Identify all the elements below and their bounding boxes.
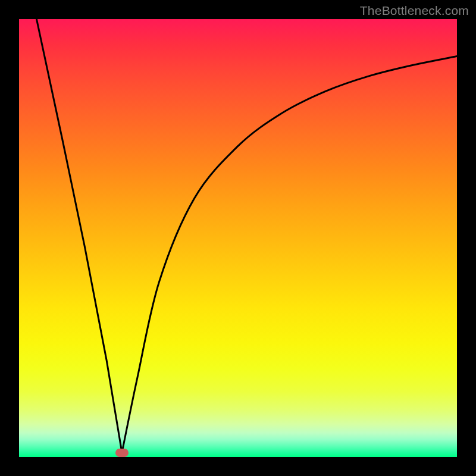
bottleneck-curve: [19, 19, 457, 457]
plot-border-right: [457, 0, 476, 476]
optimum-marker: [115, 449, 129, 457]
watermark-text: TheBottleneck.com: [360, 4, 469, 18]
curve-left-branch: [36, 19, 122, 453]
plot-border-bottom: [0, 457, 476, 476]
curve-right-branch: [122, 57, 457, 453]
plot-border-left: [0, 0, 19, 476]
chart-root: TheBottleneck.com: [0, 0, 476, 476]
